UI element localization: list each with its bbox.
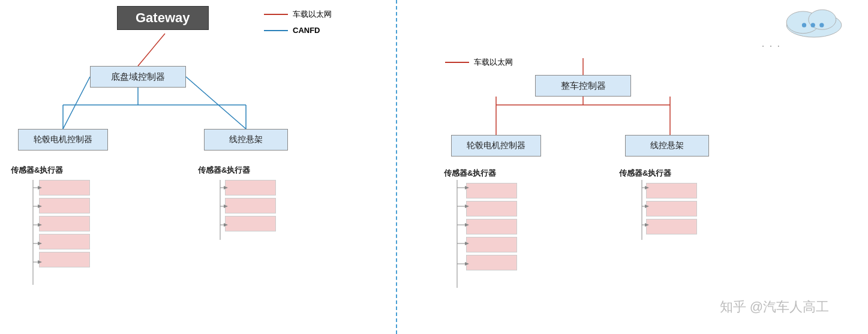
left-panel: Gateway 底盘域控制器 轮毂电机控制器 线控悬架 传感器&执行器 传感器&… bbox=[0, 0, 396, 334]
rs-pink-2 bbox=[646, 201, 697, 216]
rs-pink-1 bbox=[646, 183, 697, 198]
right-suspension-pink-boxes bbox=[646, 183, 697, 234]
right-motor-pink-boxes bbox=[466, 183, 517, 270]
right-suspension-label: 线控悬架 bbox=[650, 140, 684, 151]
legend-canfd-label: CANFD bbox=[293, 26, 320, 35]
svg-point-29 bbox=[811, 23, 815, 27]
right-ethernet-label: 车载以太网 bbox=[474, 57, 513, 68]
chassis-box: 底盘域控制器 bbox=[90, 66, 186, 88]
watermark: 知乎 @汽车人高工 bbox=[720, 298, 829, 316]
svg-point-30 bbox=[819, 23, 824, 27]
legend-canfd-line bbox=[264, 30, 288, 31]
rm-pink-3 bbox=[466, 219, 517, 234]
right-suspension-sensor-label: 传感器&执行器 bbox=[619, 168, 671, 179]
ls-pink-2 bbox=[225, 198, 276, 213]
left-motor-label: 轮毂电机控制器 bbox=[34, 134, 92, 145]
left-suspension-sensor-label: 传感器&执行器 bbox=[198, 165, 250, 176]
lm-pink-1 bbox=[39, 180, 90, 195]
lm-pink-4 bbox=[39, 234, 90, 249]
legend-ethernet-line bbox=[264, 14, 288, 15]
svg-line-1 bbox=[63, 77, 90, 129]
lm-pink-3 bbox=[39, 216, 90, 231]
svg-line-2 bbox=[186, 77, 246, 129]
left-suspension-label: 线控悬架 bbox=[229, 134, 263, 145]
right-ethernet-line bbox=[445, 62, 469, 63]
right-panel: · · · 车载以太网 整车控制器 轮毂电机控制器 线控悬架 传感器&执行器 传… bbox=[397, 0, 865, 334]
right-motor-box: 轮毂电机控制器 bbox=[451, 135, 541, 157]
right-svg-lines bbox=[397, 0, 865, 334]
svg-line-0 bbox=[138, 34, 165, 66]
left-motor-sensor-label: 传感器&执行器 bbox=[11, 165, 63, 176]
right-motor-label: 轮毂电机控制器 bbox=[467, 140, 525, 151]
right-motor-sensor-label: 传感器&执行器 bbox=[444, 168, 496, 179]
left-suspension-box: 线控悬架 bbox=[204, 129, 288, 151]
right-controller-box: 整车控制器 bbox=[535, 75, 631, 97]
rm-pink-1 bbox=[466, 183, 517, 198]
left-motor-box: 轮毂电机控制器 bbox=[18, 129, 108, 151]
svg-point-28 bbox=[802, 23, 806, 27]
main-container: Gateway 底盘域控制器 轮毂电机控制器 线控悬架 传感器&执行器 传感器&… bbox=[0, 0, 868, 334]
right-ethernet-legend: 车载以太网 bbox=[445, 57, 513, 68]
legend-ethernet: 车载以太网 bbox=[264, 9, 332, 20]
rm-pink-2 bbox=[466, 201, 517, 216]
cloud-icon bbox=[781, 3, 847, 39]
rm-pink-4 bbox=[466, 237, 517, 252]
ls-pink-1 bbox=[225, 180, 276, 195]
rs-pink-3 bbox=[646, 219, 697, 234]
rm-pink-5 bbox=[466, 255, 517, 270]
ls-pink-3 bbox=[225, 216, 276, 231]
left-motor-pink-boxes bbox=[39, 180, 90, 267]
left-legend: 车载以太网 CANFD bbox=[264, 9, 332, 35]
left-suspension-pink-boxes bbox=[225, 180, 276, 231]
lm-pink-5 bbox=[39, 252, 90, 267]
legend-ethernet-label: 车载以太网 bbox=[293, 9, 332, 20]
dots-decoration: · · · bbox=[762, 41, 781, 52]
legend-canfd: CANFD bbox=[264, 26, 332, 35]
gateway-label: Gateway bbox=[136, 10, 190, 26]
right-controller-label: 整车控制器 bbox=[561, 80, 606, 92]
gateway-box: Gateway bbox=[117, 6, 209, 30]
chassis-label: 底盘域控制器 bbox=[111, 71, 165, 83]
lm-pink-2 bbox=[39, 198, 90, 213]
right-suspension-box: 线控悬架 bbox=[625, 135, 709, 157]
